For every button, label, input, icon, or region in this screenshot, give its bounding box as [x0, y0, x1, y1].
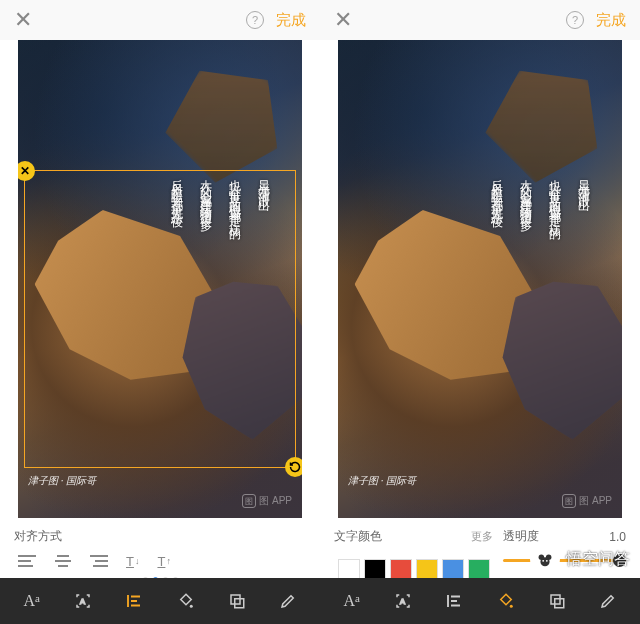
svg-point-9	[542, 560, 544, 562]
wukong-logo-icon	[530, 544, 560, 574]
image-canvas[interactable]: 晨光清薄啟出， 也許全世界的機場都是一樣的 大什的金屬建築物體很多， 反射起陽光…	[338, 40, 622, 518]
align-label: 对齐方式	[14, 528, 62, 545]
done-button[interactable]: 完成	[596, 11, 626, 30]
image-caption: 津子图 · 国际哥	[28, 474, 96, 488]
svg-text:A: A	[400, 597, 405, 606]
topbar: ✕ ? 完成	[320, 0, 640, 40]
right-panel: ✕ ? 完成 晨光清薄啟出， 也許全世界的機場都是一樣的 大什的金屬建築物體很多…	[320, 0, 640, 624]
wukong-watermark: 悟空问答	[530, 544, 630, 574]
app-watermark: 图 图 APP	[562, 494, 612, 508]
scan-tab-icon[interactable]: A	[69, 592, 97, 610]
align-center-icon[interactable]	[54, 553, 72, 569]
font-tab-icon[interactable]: Aa	[18, 592, 46, 610]
help-icon[interactable]: ?	[246, 11, 264, 29]
layer-tab-icon[interactable]	[543, 592, 571, 610]
close-icon[interactable]: ✕	[14, 7, 32, 33]
color-tab-icon[interactable]	[492, 592, 520, 610]
svg-point-8	[540, 557, 549, 566]
align-controls: 对齐方式 T↓ T↑	[0, 518, 320, 578]
align-tab-icon[interactable]	[440, 592, 468, 610]
bottom-toolbar: Aa A	[0, 578, 320, 624]
more-button[interactable]: 更多	[471, 529, 493, 544]
svg-point-10	[546, 560, 548, 562]
topbar: ✕ ? 完成	[0, 0, 320, 40]
vertical-up-icon[interactable]: T↑	[157, 554, 170, 569]
pencil-tab-icon[interactable]	[274, 592, 302, 610]
opacity-value: 1.0	[609, 530, 626, 544]
frame-delete-icon[interactable]: ✕	[18, 161, 35, 181]
font-tab-icon[interactable]: Aa	[338, 592, 366, 610]
image-canvas[interactable]: ✕ 晨光清薄啟出， 也許全世界的機場都是一樣的 大什的金屬建築物體很多， 反射起…	[18, 40, 302, 518]
pencil-tab-icon[interactable]	[594, 592, 622, 610]
bottom-toolbar: Aa A	[320, 578, 640, 624]
done-button[interactable]: 完成	[276, 11, 306, 30]
layer-tab-icon[interactable]	[223, 592, 251, 610]
app-watermark: 图 图 APP	[242, 494, 292, 508]
frame-rotate-icon[interactable]	[285, 457, 302, 477]
svg-text:A: A	[80, 597, 85, 606]
vertical-down-icon[interactable]: T↓	[126, 554, 139, 569]
vertical-text[interactable]: 晨光清薄啟出， 也許全世界的機場都是一樣的 大什的金屬建築物體很多， 反射起陽光…	[168, 170, 272, 230]
align-tab-icon[interactable]	[120, 592, 148, 610]
opacity-label: 透明度	[503, 528, 539, 545]
color-label: 文字颜色	[334, 528, 382, 545]
close-icon[interactable]: ✕	[334, 7, 352, 33]
color-tab-icon[interactable]	[172, 592, 200, 610]
scan-tab-icon[interactable]: A	[389, 592, 417, 610]
align-left-icon[interactable]	[18, 553, 36, 569]
help-icon[interactable]: ?	[566, 11, 584, 29]
vertical-text[interactable]: 晨光清薄啟出， 也許全世界的機場都是一樣的 大什的金屬建築物體很多， 反射起陽光…	[488, 170, 592, 230]
left-panel: ✕ ? 完成 ✕ 晨光清薄啟出， 也許全世界的機場都是一樣的 大什的金屬建築物體…	[0, 0, 320, 624]
align-right-icon[interactable]	[90, 553, 108, 569]
image-caption: 津子图 · 国际哥	[348, 474, 416, 488]
